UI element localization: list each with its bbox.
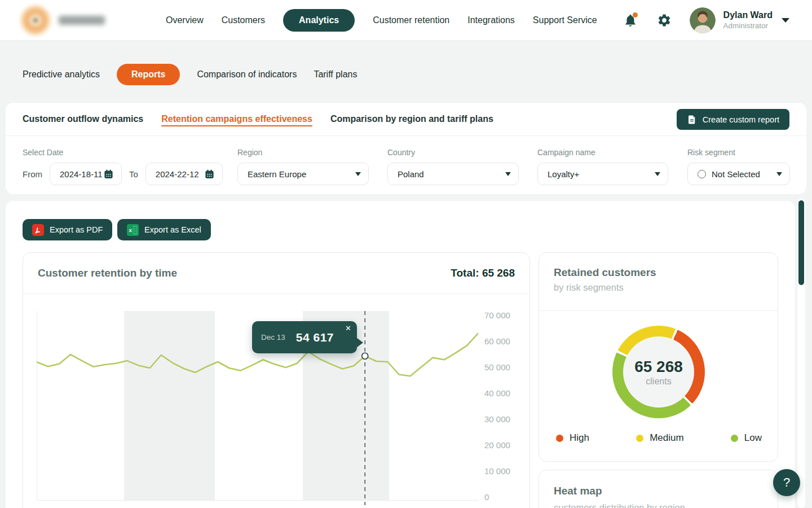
legend-dot-high bbox=[556, 435, 563, 442]
legend-dot-medium bbox=[636, 435, 643, 442]
tooltip-close-icon[interactable]: ✕ bbox=[345, 325, 351, 332]
excel-icon: x bbox=[127, 224, 139, 236]
nav-item-support-service[interactable]: Support Service bbox=[533, 15, 597, 25]
tab-predictive-analytics[interactable]: Predictive analytics bbox=[23, 69, 100, 80]
legend-item-high: High bbox=[556, 432, 589, 444]
gear-icon bbox=[657, 13, 672, 28]
campaign-select[interactable]: Loyalty+ bbox=[537, 163, 668, 185]
report-content-card: Export as PDF x Export as Excel Customer… bbox=[6, 201, 795, 508]
avatar bbox=[690, 7, 716, 33]
tooltip-date: Dec 13 bbox=[261, 333, 285, 341]
brand-logo[interactable] bbox=[20, 5, 105, 36]
calendar-icon bbox=[103, 169, 114, 179]
country-value: Poland bbox=[398, 169, 424, 179]
chevron-down-icon bbox=[655, 172, 660, 176]
nav-item-overview[interactable]: Overview bbox=[166, 15, 204, 25]
export-excel-label: Export as Excel bbox=[144, 225, 201, 234]
brand-logo-text-blurred bbox=[59, 16, 105, 25]
y-tick-label: 50 000 bbox=[484, 362, 510, 372]
y-tick-label: 20 000 bbox=[484, 440, 510, 450]
legend-item-medium: Medium bbox=[636, 432, 683, 444]
from-label: From bbox=[23, 169, 42, 179]
heat-map-subtitle: customers distribution by region bbox=[554, 502, 763, 508]
chevron-down-icon bbox=[776, 172, 782, 176]
donut-card-subtitle: by risk segments bbox=[554, 282, 763, 293]
risk-segments-donut-chart: 65 268 clients bbox=[612, 326, 705, 418]
region-label: Region bbox=[237, 148, 262, 157]
select-date-label: Select Date bbox=[23, 148, 63, 157]
circle-radio-icon bbox=[698, 170, 706, 178]
analytics-section-tabs: Predictive analyticsReportsComparison of… bbox=[23, 63, 357, 85]
y-tick-label: 60 000 bbox=[484, 336, 510, 346]
donut-total-unit: clients bbox=[646, 376, 671, 387]
user-name: Dylan Ward bbox=[723, 10, 773, 20]
tab-reports[interactable]: Reports bbox=[117, 64, 180, 85]
calendar-icon bbox=[204, 169, 215, 179]
report-tab-retention-campaigns-effectiveness[interactable]: Retention campaigns effectiveness bbox=[161, 114, 312, 124]
date-to-value: 2024-22-12 bbox=[156, 169, 199, 179]
scrollbar-thumb[interactable] bbox=[798, 200, 804, 285]
nav-item-analytics[interactable]: Analytics bbox=[283, 9, 355, 32]
donut-total-value: 65 268 bbox=[634, 358, 683, 376]
to-label: To bbox=[129, 169, 138, 179]
create-custom-report-label: Create custom report bbox=[703, 115, 779, 124]
risk-segment-select[interactable]: Not Selected bbox=[687, 163, 790, 185]
tooltip-value: 54 617 bbox=[296, 331, 334, 344]
export-excel-button[interactable]: x Export as Excel bbox=[117, 219, 211, 240]
document-icon bbox=[687, 114, 697, 125]
report-tab-comparison-by-region-and-tariff-plans[interactable]: Comparison by region and tariff plans bbox=[330, 114, 493, 124]
tab-comparison-of-indicators[interactable]: Comparison of indicators bbox=[197, 69, 297, 80]
y-tick-label: 40 000 bbox=[484, 388, 510, 398]
legend-label: Medium bbox=[650, 432, 683, 444]
y-tick-label: 70 000 bbox=[484, 310, 510, 320]
chart-total: Total: 65 268 bbox=[451, 267, 515, 279]
nav-item-integrations[interactable]: Integrations bbox=[467, 15, 515, 25]
legend-dot-low bbox=[731, 435, 738, 442]
chart-tooltip: Dec 13 54 617 ✕ bbox=[252, 321, 357, 353]
user-menu[interactable]: Dylan Ward Administrator bbox=[690, 7, 789, 33]
app-root: OverviewCustomersAnalyticsCustomer reten… bbox=[0, 0, 812, 508]
donut-center: 65 268 clients bbox=[623, 336, 694, 408]
report-type-tabs: Customer outflow dynamicsRetention campa… bbox=[23, 103, 493, 135]
legend-item-low: Low bbox=[731, 432, 762, 444]
date-range-picker: From 2024-18-11 To 2024-22-12 bbox=[23, 163, 223, 185]
export-pdf-label: Export as PDF bbox=[50, 225, 103, 234]
donut-card-title: Retained customers bbox=[554, 266, 763, 279]
line-chart-plot-area[interactable]: Dec 13 54 617 ✕ bbox=[37, 311, 478, 505]
retained-customers-card: Retained customers by risk segments 65 2… bbox=[539, 252, 778, 462]
region-select[interactable]: Eastern Europe bbox=[237, 163, 369, 185]
chart-title: Customer retention by time bbox=[38, 267, 177, 279]
pdf-icon bbox=[32, 224, 44, 236]
tab-tariff-plans[interactable]: Tariff plans bbox=[314, 69, 357, 80]
brand-logo-mark-blurred bbox=[20, 5, 51, 36]
retention-by-time-card: Customer retention by time Total: 65 268… bbox=[23, 252, 530, 508]
export-pdf-button[interactable]: Export as PDF bbox=[23, 219, 112, 240]
y-tick-label: 0 bbox=[484, 492, 489, 502]
svg-text:x: x bbox=[129, 227, 132, 233]
legend-label: Low bbox=[744, 432, 762, 444]
nav-item-customers[interactable]: Customers bbox=[222, 15, 265, 25]
divider bbox=[6, 135, 806, 136]
top-nav-bar: OverviewCustomersAnalyticsCustomer reten… bbox=[0, 0, 812, 41]
donut-legend: HighMediumLow bbox=[556, 432, 762, 444]
header-actions: Dylan Ward Administrator bbox=[622, 7, 789, 33]
report-controls-card: Customer outflow dynamicsRetention campa… bbox=[6, 103, 806, 194]
create-custom-report-button[interactable]: Create custom report bbox=[677, 109, 789, 130]
date-from-field[interactable]: 2024-18-11 bbox=[50, 163, 122, 185]
report-tab-customer-outflow-dynamics[interactable]: Customer outflow dynamics bbox=[23, 114, 143, 124]
settings-button[interactable] bbox=[656, 12, 673, 29]
notifications-button[interactable] bbox=[622, 12, 639, 29]
country-select[interactable]: Poland bbox=[387, 163, 519, 185]
campaign-value: Loyalty+ bbox=[548, 169, 579, 179]
country-label: Country bbox=[387, 148, 415, 157]
data-point-marker bbox=[362, 353, 368, 359]
help-button[interactable]: ? bbox=[773, 469, 800, 496]
y-axis-tick-labels: 70 00060 00050 00040 00030 00020 00010 0… bbox=[484, 311, 524, 505]
chevron-down-icon bbox=[355, 172, 361, 176]
chevron-down-icon bbox=[505, 172, 511, 176]
nav-item-customer-retention[interactable]: Customer retention bbox=[373, 15, 449, 25]
date-to-field[interactable]: 2024-22-12 bbox=[145, 163, 223, 185]
scrollbar-track[interactable] bbox=[797, 199, 805, 508]
campaign-name-label: Campaign name bbox=[537, 148, 595, 157]
divider bbox=[539, 310, 778, 311]
